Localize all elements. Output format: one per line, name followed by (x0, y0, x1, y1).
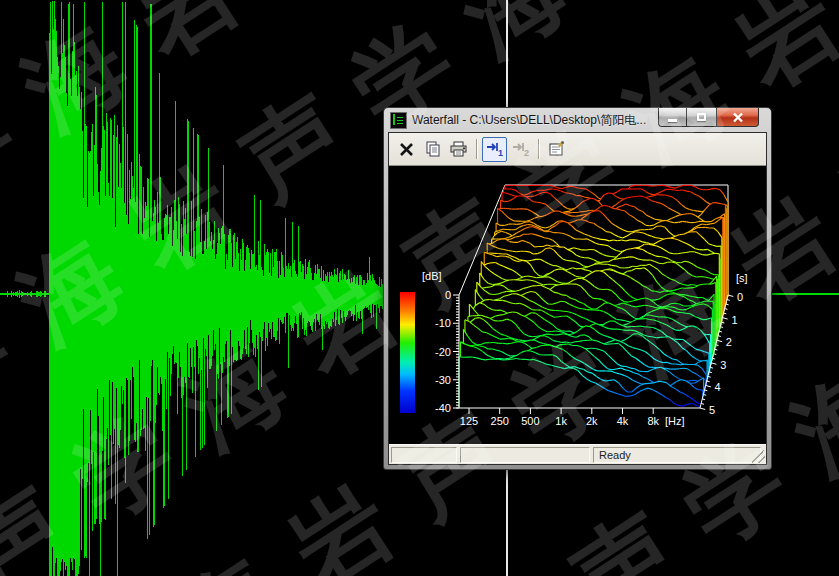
svg-text:2: 2 (726, 336, 732, 348)
svg-text:250: 250 (491, 415, 509, 427)
window-title: Waterfall - C:\Users\DELL\Desktop\简阳电... (412, 112, 646, 129)
properties-button[interactable] (544, 137, 569, 162)
resize-grip[interactable] (752, 450, 765, 463)
minimize-button[interactable] (658, 108, 687, 127)
svg-text:125: 125 (460, 415, 478, 427)
delete-button[interactable] (394, 137, 419, 162)
copy-icon (425, 141, 441, 157)
print-icon (450, 141, 467, 157)
svg-text:1k: 1k (555, 415, 567, 427)
toolbar-separator (538, 139, 540, 159)
x-icon (399, 142, 414, 157)
close-button[interactable] (716, 108, 759, 127)
svg-text:0: 0 (737, 291, 743, 303)
svg-text:-30: -30 (435, 374, 451, 386)
copy-button[interactable] (420, 137, 445, 162)
cursor-1-button[interactable]: 1 (482, 137, 507, 162)
svg-text:5: 5 (709, 404, 715, 416)
waterfall-plot-area: [dB]0-10-20-30-401252505001k2k4k8k[Hz]01… (389, 166, 766, 444)
waterfall-chart: [dB]0-10-20-30-401252505001k2k4k8k[Hz]01… (389, 166, 768, 449)
svg-text:[Hz]: [Hz] (665, 415, 685, 427)
svg-text:-10: -10 (435, 317, 451, 329)
waterfall-window: Waterfall - C:\Users\DELL\Desktop\简阳电... (383, 107, 772, 470)
svg-text:4: 4 (715, 381, 721, 393)
svg-text:8k: 8k (647, 415, 659, 427)
svg-text:[s]: [s] (736, 272, 748, 284)
cursor-2-button[interactable]: 2 (508, 137, 533, 162)
svg-text:2: 2 (524, 148, 529, 157)
svg-text:1: 1 (498, 148, 503, 157)
svg-text:0: 0 (445, 289, 451, 301)
arrow-step-icon: 2 (512, 141, 529, 157)
maximize-button[interactable] (687, 108, 716, 127)
title-bar[interactable]: Waterfall - C:\Users\DELL\Desktop\简阳电... (388, 108, 767, 132)
svg-text:3: 3 (720, 359, 726, 371)
maximize-icon (697, 113, 706, 121)
app-icon[interactable] (390, 112, 407, 129)
minimize-icon (668, 119, 677, 122)
svg-text:-40: -40 (435, 402, 451, 414)
toolbar: 1 2 (389, 133, 766, 166)
svg-text:2k: 2k (586, 415, 598, 427)
arrow-step-icon: 1 (486, 141, 503, 157)
print-button[interactable] (446, 137, 471, 162)
status-message: Ready (593, 447, 761, 463)
svg-text:4k: 4k (617, 415, 629, 427)
svg-text:1: 1 (731, 314, 737, 326)
svg-text:-20: -20 (435, 346, 451, 358)
status-panel (460, 447, 590, 463)
svg-text:500: 500 (521, 415, 539, 427)
status-bar: Ready (389, 444, 766, 464)
colorbar (400, 292, 415, 413)
status-panel (391, 447, 457, 463)
properties-icon (548, 141, 565, 157)
close-icon (732, 112, 744, 123)
toolbar-separator (476, 139, 478, 159)
svg-text:[dB]: [dB] (422, 270, 442, 282)
